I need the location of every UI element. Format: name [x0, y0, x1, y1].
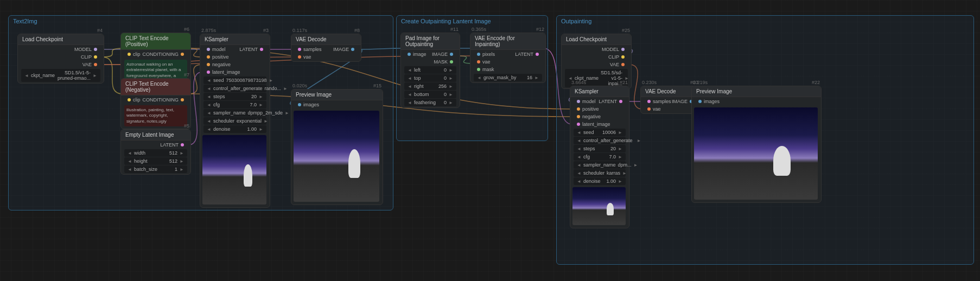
node-title[interactable]: Preview Image	[692, 86, 821, 97]
chevron-left-icon[interactable]: ◄	[477, 75, 481, 80]
node-title[interactable]: Empty Latent Image	[121, 130, 190, 140]
input-port-icon[interactable]	[577, 123, 580, 126]
input-port-icon[interactable]	[207, 71, 210, 74]
input-port-icon[interactable]	[128, 98, 131, 101]
chevron-left-icon[interactable]: ◄	[207, 78, 211, 83]
chevron-left-icon[interactable]: ◄	[408, 68, 412, 73]
chevron-left-icon[interactable]: ◄	[577, 146, 581, 151]
output-port-icon[interactable]	[181, 143, 184, 146]
chevron-left-icon[interactable]: ◄	[24, 73, 29, 78]
input-port-icon[interactable]	[698, 100, 702, 103]
widget-height[interactable]: ◄height512►	[124, 157, 187, 165]
chevron-right-icon[interactable]: ►	[180, 151, 184, 156]
node-n22[interactable]: #220.219sPreview Imageimages	[691, 86, 822, 203]
widget-seed[interactable]: ◄seed750300879873198►	[203, 76, 266, 84]
node-n5[interactable]: #5Empty Latent ImageLATENT◄width512►◄hei…	[120, 129, 191, 175]
node-n7[interactable]: #7CLIP Text Encode (Negative)clipCONDITI…	[120, 78, 191, 129]
output-port-icon[interactable]	[621, 63, 625, 66]
chevron-right-icon[interactable]: ►	[264, 119, 268, 124]
widget-left[interactable]: ◄left0►	[404, 66, 456, 74]
chevron-right-icon[interactable]: ►	[449, 76, 453, 81]
chevron-left-icon[interactable]: ◄	[408, 92, 412, 97]
node-title[interactable]: Pad Image for Outpainting	[401, 33, 460, 50]
chevron-left-icon[interactable]: ◄	[128, 159, 132, 164]
chevron-left-icon[interactable]: ◄	[207, 86, 211, 91]
node-n21[interactable]: #213.664sKSamplermodelLATENTpositivenega…	[570, 86, 629, 228]
chevron-left-icon[interactable]: ◄	[577, 155, 581, 159]
widget-cfg[interactable]: ◄cfg7.0►	[203, 101, 266, 108]
output-port-icon[interactable]	[450, 60, 453, 63]
input-port-icon[interactable]	[207, 48, 210, 51]
output-port-icon[interactable]	[619, 100, 622, 103]
chevron-right-icon[interactable]: ►	[618, 130, 622, 135]
node-title[interactable]: VAE Decode	[641, 86, 699, 97]
node-n11[interactable]: #11Pad Image for OutpaintingimageIMAGEMA…	[400, 33, 460, 108]
output-port-icon[interactable]	[536, 53, 539, 56]
node-title[interactable]: VAE Encode (for Inpainting)	[470, 33, 545, 50]
widget-scheduler[interactable]: ◄schedulerkarras►	[574, 169, 626, 177]
chevron-left-icon[interactable]: ◄	[207, 94, 211, 99]
output-port-icon[interactable]	[450, 53, 453, 56]
chevron-right-icon[interactable]: ►	[93, 73, 97, 78]
input-port-icon[interactable]	[577, 100, 580, 103]
input-port-icon[interactable]	[477, 60, 480, 63]
input-port-icon[interactable]	[298, 48, 301, 51]
chevron-left-icon[interactable]: ◄	[207, 111, 211, 116]
chevron-left-icon[interactable]: ◄	[577, 138, 581, 143]
chevron-right-icon[interactable]: ►	[269, 78, 273, 83]
chevron-right-icon[interactable]: ►	[285, 111, 289, 116]
widget-width[interactable]: ◄width512►	[124, 149, 187, 157]
output-port-icon[interactable]	[181, 98, 184, 101]
preview-image[interactable]	[694, 107, 818, 200]
widget-steps[interactable]: ◄steps20►	[574, 145, 626, 152]
widget-batch_size[interactable]: ◄batch_size1►	[124, 165, 187, 173]
node-title[interactable]: CLIP Text Encode (Negative)	[121, 79, 190, 95]
chevron-right-icon[interactable]: ►	[283, 86, 288, 91]
widget-sampler_name[interactable]: ◄sampler_namedpmpp_2m_sde►	[203, 109, 266, 117]
widget-grow_mask_by[interactable]: ◄grow_mask_by16►	[474, 74, 542, 81]
chevron-right-icon[interactable]: ►	[449, 100, 453, 105]
widget-top[interactable]: ◄top0►	[404, 74, 456, 82]
chevron-right-icon[interactable]: ►	[180, 159, 184, 164]
input-port-icon[interactable]	[128, 53, 131, 56]
output-port-icon[interactable]	[621, 55, 625, 59]
output-port-icon[interactable]	[94, 48, 97, 51]
chevron-left-icon[interactable]: ◄	[207, 103, 211, 107]
preview-image[interactable]	[294, 111, 379, 202]
preview-image[interactable]	[202, 135, 266, 205]
output-port-icon[interactable]	[181, 53, 184, 56]
chevron-left-icon[interactable]: ◄	[408, 100, 412, 105]
chevron-left-icon[interactable]: ◄	[128, 167, 132, 172]
widget-bottom[interactable]: ◄bottom0►	[404, 91, 456, 98]
node-n4[interactable]: #4Load CheckpointMODELCLIPVAE◄ckpt_nameS…	[17, 34, 104, 84]
node-title[interactable]: Preview Image	[291, 90, 383, 100]
output-port-icon[interactable]	[94, 55, 97, 59]
input-port-icon[interactable]	[408, 53, 411, 56]
chevron-left-icon[interactable]: ◄	[408, 84, 412, 89]
chevron-left-icon[interactable]: ◄	[207, 127, 211, 132]
input-port-icon[interactable]	[577, 115, 580, 118]
input-port-icon[interactable]	[298, 55, 301, 59]
node-n12[interactable]: #120.365sVAE Encode (for Inpainting)pixe…	[470, 33, 546, 83]
output-port-icon[interactable]	[94, 63, 97, 66]
chevron-right-icon[interactable]: ►	[259, 94, 263, 99]
chevron-left-icon[interactable]: ◄	[408, 76, 412, 81]
chevron-right-icon[interactable]: ►	[618, 146, 622, 151]
chevron-right-icon[interactable]: ►	[618, 155, 622, 159]
input-port-icon[interactable]	[207, 55, 210, 59]
chevron-left-icon[interactable]: ◄	[577, 171, 581, 176]
node-title[interactable]: Load Checkpoint	[562, 34, 631, 45]
node-n15[interactable]: #150.020sPreview Imageimages	[291, 89, 383, 205]
node-n8[interactable]: #80.117sVAE DecodesamplesIMAGEvae	[291, 34, 361, 62]
node-title[interactable]: KSampler	[570, 86, 629, 97]
widget-seed[interactable]: ◄seed10006►	[574, 129, 626, 136]
output-port-icon[interactable]	[351, 48, 354, 51]
chevron-right-icon[interactable]: ►	[618, 179, 622, 184]
widget-right[interactable]: ◄right256►	[404, 82, 456, 90]
chevron-right-icon[interactable]: ►	[637, 138, 641, 143]
node-title[interactable]: VAE Decode	[291, 34, 361, 45]
chevron-left-icon[interactable]: ◄	[577, 130, 581, 135]
widget-denoise[interactable]: ◄denoise1.00►	[574, 177, 626, 185]
output-port-icon[interactable]	[621, 48, 625, 51]
input-port-icon[interactable]	[647, 107, 651, 111]
